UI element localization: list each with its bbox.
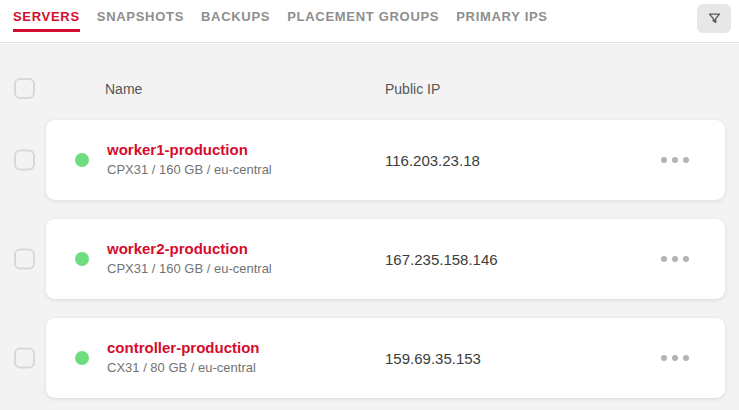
column-header-public-ip: Public IP [385, 81, 440, 97]
table-row: worker2-production CPX31 / 160 GB / eu-c… [0, 219, 739, 299]
server-public-ip: 167.235.158.146 [385, 251, 498, 268]
server-name-link[interactable]: worker1-production [107, 141, 272, 160]
tab-placement-groups[interactable]: PLACEMENT GROUPS [287, 0, 439, 32]
server-specs: CX31 / 80 GB / eu-central [107, 359, 260, 377]
tab-servers[interactable]: SERVERS [13, 0, 80, 32]
row-checkbox[interactable] [14, 150, 35, 171]
server-public-ip: 159.69.35.153 [385, 350, 481, 367]
row-actions-button[interactable] [657, 252, 693, 266]
tab-backups[interactable]: BACKUPS [201, 0, 270, 32]
filter-button[interactable] [697, 4, 731, 33]
status-dot-icon [75, 351, 89, 365]
table-row: controller-production CX31 / 80 GB / eu-… [0, 318, 739, 398]
cloud-console: SERVERS SNAPSHOTS BACKUPS PLACEMENT GROU… [0, 0, 739, 410]
ellipsis-icon [661, 256, 689, 262]
ellipsis-icon [661, 355, 689, 361]
server-rows: worker1-production CPX31 / 160 GB / eu-c… [0, 120, 739, 398]
table-row: worker1-production CPX31 / 160 GB / eu-c… [0, 120, 739, 200]
server-name-block: worker1-production CPX31 / 160 GB / eu-c… [107, 141, 272, 179]
row-actions-button[interactable] [657, 351, 693, 365]
ellipsis-icon [661, 157, 689, 163]
server-card[interactable]: worker2-production CPX31 / 160 GB / eu-c… [46, 219, 725, 299]
server-card[interactable]: controller-production CX31 / 80 GB / eu-… [46, 318, 725, 398]
server-public-ip: 116.203.23.18 [385, 152, 480, 169]
table-header: Name Public IP [0, 78, 739, 99]
server-specs: CPX31 / 160 GB / eu-central [107, 260, 272, 278]
server-card[interactable]: worker1-production CPX31 / 160 GB / eu-c… [46, 120, 725, 200]
funnel-icon [707, 11, 722, 26]
server-list-panel: Name Public IP worker1-production CPX31 … [0, 44, 739, 410]
row-actions-button[interactable] [657, 153, 693, 167]
server-specs: CPX31 / 160 GB / eu-central [107, 161, 272, 179]
tab-bar: SERVERS SNAPSHOTS BACKUPS PLACEMENT GROU… [0, 0, 739, 43]
server-name-block: controller-production CX31 / 80 GB / eu-… [107, 339, 260, 377]
row-checkbox[interactable] [14, 249, 35, 270]
status-dot-icon [75, 153, 89, 167]
server-name-link[interactable]: worker2-production [107, 240, 272, 259]
row-checkbox[interactable] [14, 348, 35, 369]
tab-primary-ips[interactable]: PRIMARY IPS [456, 0, 548, 32]
server-name-link[interactable]: controller-production [107, 339, 260, 358]
select-all-checkbox[interactable] [14, 78, 35, 99]
tab-snapshots[interactable]: SNAPSHOTS [97, 0, 184, 32]
column-header-name: Name [105, 81, 142, 97]
status-dot-icon [75, 252, 89, 266]
server-name-block: worker2-production CPX31 / 160 GB / eu-c… [107, 240, 272, 278]
